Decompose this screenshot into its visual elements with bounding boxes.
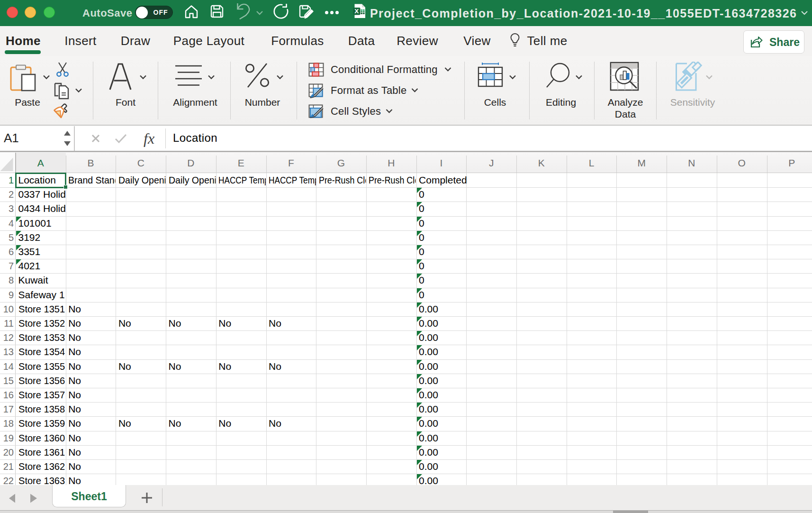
svg-text:X: X	[354, 8, 359, 15]
